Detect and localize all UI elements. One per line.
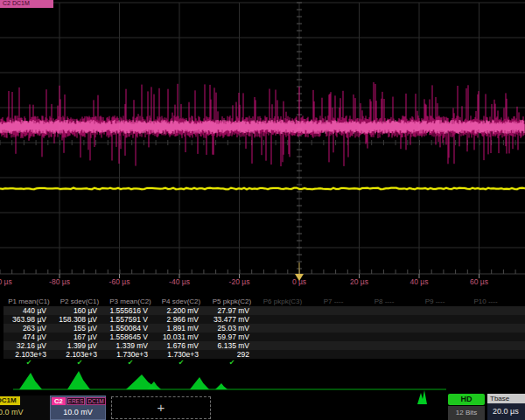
measure-status-check: ✔	[4, 359, 54, 368]
measure-column-header[interactable]: P7 ----	[308, 298, 359, 306]
time-axis-label: 60 µs	[470, 277, 488, 286]
measure-column-header[interactable]: P10 ----	[460, 298, 511, 306]
measure-value-cell	[511, 350, 525, 359]
measure-value-cell: 474 µV	[4, 332, 54, 341]
timebase-descriptor[interactable]: Tbase 20.0 µs	[487, 394, 525, 420]
measure-value-cell	[410, 315, 460, 324]
measure-value-cell	[410, 350, 460, 359]
measure-value-cell	[460, 341, 511, 350]
hd-mode-badge[interactable]: HD	[448, 394, 485, 405]
measure-value-cell: 25.03 mV	[206, 324, 257, 332]
measure-value-cell: 1.339 mV	[105, 341, 156, 350]
measure-value-cell	[359, 315, 410, 324]
c2-eres-badge: ERES	[66, 397, 86, 405]
measure-status-check	[511, 359, 525, 368]
measure-value-cell	[257, 350, 308, 359]
measure-value-cell	[308, 306, 359, 315]
measure-value-cell: 2.966 mV	[156, 315, 206, 324]
measure-value-cell: 1.730e+3	[156, 350, 206, 359]
c1-coupling-badge: DC1M	[0, 396, 20, 405]
measure-value-cell	[308, 324, 359, 332]
parameter-histicons	[0, 368, 525, 394]
measure-value-cell	[410, 306, 460, 315]
measure-value-cell	[460, 315, 511, 324]
measure-value-cell	[511, 324, 525, 332]
c2-vertical-scale: 10.0 mV	[51, 408, 105, 416]
time-axis-label: -60 µs	[109, 277, 130, 286]
measure-value-cell	[359, 324, 410, 332]
measure-value-cell: 6.135 mV	[206, 341, 257, 350]
measure-value-cell: 440 µV	[4, 306, 54, 315]
measure-value-cell: 33.477 mV	[206, 315, 257, 324]
measure-status-check	[308, 359, 359, 368]
measure-value-cell	[359, 332, 410, 341]
measurement-table: P1 mean(C1)P2 sdev(C1)P3 mean(C2)P4 sdev…	[0, 298, 525, 368]
measure-column-header[interactable]: P2 sdev(C1)	[54, 298, 105, 306]
measure-value-cell	[308, 341, 359, 350]
channel-c2-descriptor[interactable]: C2 ERES DC1M 10.0 mV	[50, 396, 106, 420]
measure-column-header[interactable]: P5 pkpk(C2)	[206, 298, 257, 306]
active-trace-badge[interactable]: C2 DC1M	[0, 0, 53, 8]
time-axis-label: 0 µs	[292, 277, 306, 286]
measure-value-cell	[257, 324, 308, 332]
measure-value-cell	[511, 341, 525, 350]
measure-value-cell: 1.730e+3	[105, 350, 156, 359]
measure-value-cell: 158.308 µV	[54, 315, 105, 324]
c2-label-chip: C2	[52, 397, 66, 405]
histicon-spike	[417, 390, 430, 404]
measure-column-header[interactable]: P9 ----	[410, 298, 460, 306]
measure-value-cell	[410, 341, 460, 350]
measure-value-cell: 160 µV	[54, 306, 105, 315]
measure-column-header[interactable]: P3 mean(C2)	[105, 298, 156, 306]
measure-value-cell: 1.557591 V	[105, 315, 156, 324]
measure-column-header[interactable]: P4 sdev(C2)	[156, 298, 206, 306]
measure-status-check: ✔	[54, 359, 105, 368]
channel-c1-descriptor[interactable]: DC1M 20.0 mV	[0, 396, 51, 420]
measure-value-cell: 2.200 mV	[156, 306, 206, 315]
measure-status-check	[359, 359, 410, 368]
c1-vertical-scale: 20.0 mV	[0, 408, 51, 416]
measure-value-cell	[460, 324, 511, 332]
measure-value-cell: 2.103e+3	[4, 350, 54, 359]
measure-column-header[interactable]: P8 ----	[359, 298, 410, 306]
add-trace-button[interactable]: +	[111, 396, 211, 419]
oscilloscope-screen: C2 DC1M -100 µs-80 µs-60 µs-40 µs-20 µs0…	[0, 0, 525, 420]
measure-value-cell: 263 µV	[4, 324, 54, 332]
measure-value-cell	[410, 324, 460, 332]
measure-column-header[interactable]: P6 pkpk(C3)	[257, 298, 308, 306]
measure-value-cell: 292	[206, 350, 257, 359]
measure-value-cell	[410, 332, 460, 341]
measure-value-cell: 32.16 µV	[4, 341, 54, 350]
measure-column-header[interactable]: P11	[511, 298, 525, 306]
measure-value-cell	[460, 350, 511, 359]
measure-status-check: ✔	[156, 359, 206, 368]
measure-value-cell: 59.97 mV	[206, 332, 257, 341]
measure-value-cell	[460, 332, 511, 341]
measure-value-cell: 27.97 mV	[206, 306, 257, 315]
time-axis-label: 40 µs	[410, 277, 429, 286]
measure-value-cell: 167 µV	[54, 332, 105, 341]
measure-value-cell: 1.555616 V	[105, 306, 156, 315]
descriptor-bar: DC1M 20.0 mV C2 ERES DC1M 10.0 mV + HD 1…	[0, 394, 525, 420]
measure-value-cell: 363.98 µV	[4, 315, 54, 324]
measure-value-cell	[257, 315, 308, 324]
measure-status-check: ✔	[206, 359, 257, 368]
c2-coupling-badge: DC1M	[86, 397, 105, 405]
timebase-value: 20.0 µs	[487, 403, 525, 420]
measure-status-check	[410, 359, 460, 368]
measure-value-cell	[511, 315, 525, 324]
measure-value-cell: 2.103e+3	[54, 350, 105, 359]
measure-value-cell: 155 µV	[54, 324, 105, 332]
measure-value-cell: 1.676 mV	[156, 341, 206, 350]
time-axis-label: -20 µs	[229, 277, 250, 286]
measure-value-cell	[359, 341, 410, 350]
measure-column-header[interactable]: P1 mean(C1)	[4, 298, 54, 306]
measure-value-cell	[257, 341, 308, 350]
measure-value-cell	[359, 306, 410, 315]
timebase-title: Tbase	[487, 394, 525, 403]
measure-value-cell	[511, 332, 525, 341]
measure-value-cell	[257, 306, 308, 315]
measure-value-cell	[257, 332, 308, 341]
time-axis-label: -40 µs	[169, 277, 190, 286]
measure-value-cell	[308, 350, 359, 359]
